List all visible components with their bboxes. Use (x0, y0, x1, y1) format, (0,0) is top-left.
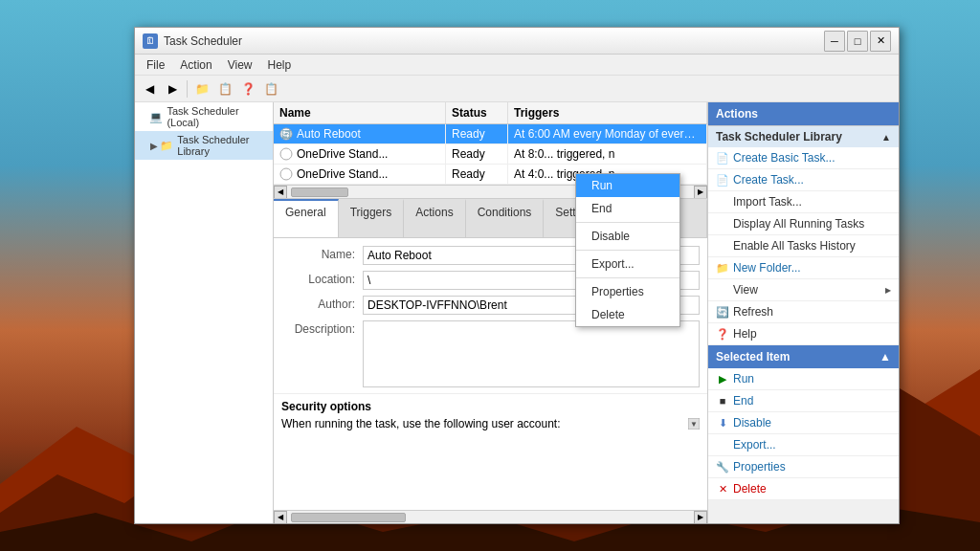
task-list-header: Name Status Triggers (274, 102, 707, 124)
sel-action-delete[interactable]: ✕ Delete (708, 478, 899, 500)
menu-bar: File Action View Help (135, 55, 899, 76)
svg-text:🔄: 🔄 (281, 129, 291, 139)
action-refresh[interactable]: 🔄 Refresh (708, 301, 899, 323)
window-title: Task Scheduler (164, 34, 824, 48)
detail-hscroll-right[interactable]: ▶ (694, 511, 707, 524)
svg-text:▼: ▼ (690, 420, 698, 429)
action-view-label: View (733, 283, 758, 297)
ctx-delete[interactable]: Delete (576, 303, 679, 326)
task-name-0: Auto Reboot (297, 127, 361, 141)
context-menu: Run End Disable Export... Properties Del… (575, 173, 680, 327)
sel-export-label: Export... (733, 438, 776, 452)
task-name-2: OneDrive Stand... (297, 167, 388, 181)
action-help[interactable]: ❓ Help (708, 323, 899, 345)
detail-hscroll[interactable]: ◀ ▶ (274, 510, 707, 523)
sel-export-icon (716, 438, 729, 452)
toolbar-sep-1 (187, 80, 188, 98)
security-text: When running the task, use the following… (281, 417, 688, 430)
sel-action-export[interactable]: Export... (708, 434, 899, 456)
security-row: When running the task, use the following… (281, 417, 700, 430)
sel-delete-icon: ✕ (716, 482, 729, 496)
ctx-export[interactable]: Export... (576, 253, 679, 276)
task-status-1: Ready (446, 144, 508, 164)
sel-action-run[interactable]: ▶ Run (708, 368, 899, 390)
folder-button[interactable]: 📁 (191, 78, 212, 99)
minimize-button[interactable]: ─ (824, 31, 845, 52)
menu-file[interactable]: File (139, 56, 172, 74)
tab-actions[interactable]: Actions (404, 199, 465, 237)
actions-header: Actions (708, 102, 899, 125)
sel-disable-icon: ⬇ (716, 416, 729, 430)
security-section: Security options When running the task, … (274, 393, 707, 440)
action-create-basic[interactable]: 📄 Create Basic Task... (708, 147, 899, 169)
import-task-icon (716, 195, 729, 209)
computer-icon: 💻 (149, 111, 163, 123)
right-panel: Actions Task Scheduler Library ▲ 📄 Creat… (707, 102, 899, 523)
tab-conditions[interactable]: Conditions (466, 199, 545, 237)
help-toolbar-button[interactable]: ❓ (237, 78, 258, 99)
action-import-task[interactable]: Import Task... (708, 191, 899, 213)
sel-action-properties[interactable]: 🔧 Properties (708, 456, 899, 478)
tab-triggers[interactable]: Triggers (339, 199, 405, 237)
security-scroll-icon: ▼ (688, 418, 700, 430)
action-create-task[interactable]: 📄 Create Task... (708, 169, 899, 191)
action-create-task-label: Create Task... (733, 173, 804, 187)
action-refresh-label: Refresh (733, 305, 773, 319)
description-label: Description: (281, 320, 363, 336)
sel-run-label: Run (733, 372, 754, 386)
create-basic-icon: 📄 (716, 151, 729, 165)
task-row-0[interactable]: 🔄 Auto Reboot Ready At 6:00 AM every Mon… (274, 124, 707, 144)
hscroll-right[interactable]: ▶ (694, 186, 707, 199)
task-triggers-1: At 8:0... triggered, n (508, 144, 707, 164)
task-status-2: Ready (446, 165, 508, 184)
sel-end-icon: ■ (716, 394, 729, 408)
sel-properties-icon: 🔧 (716, 460, 729, 474)
security-label: Security options (281, 400, 700, 413)
action-new-folder-label: New Folder... (733, 261, 801, 275)
col-header-triggers: Triggers (508, 102, 707, 123)
svg-point-6 (280, 168, 292, 180)
create-task-icon: 📄 (716, 173, 729, 187)
sel-action-end[interactable]: ■ End (708, 390, 899, 412)
menu-action[interactable]: Action (172, 56, 219, 74)
selected-item-arrow: ▲ (880, 350, 891, 364)
menu-view[interactable]: View (220, 56, 260, 74)
sel-action-disable[interactable]: ⬇ Disable (708, 412, 899, 434)
toolbar: ◀ ▶ 📁 📋 ❓ 📋 (135, 76, 899, 102)
ctx-disable[interactable]: Disable (576, 225, 679, 248)
detail-description-row: Description: (274, 320, 707, 387)
title-bar: 🗓 Task Scheduler ─ □ ✕ (135, 28, 899, 55)
description-value[interactable] (363, 320, 700, 387)
task-row-1[interactable]: OneDrive Stand... Ready At 8:0... trigge… (274, 144, 707, 165)
task-name-1: OneDrive Stand... (297, 147, 388, 161)
properties-toolbar-button[interactable]: 📋 (260, 78, 281, 99)
action-view[interactable]: View (708, 279, 899, 301)
back-button[interactable]: ◀ (139, 78, 160, 99)
action-enable-history[interactable]: Enable All Tasks History (708, 235, 899, 257)
hscroll-thumb[interactable] (291, 187, 348, 197)
task-triggers-0: At 6:00 AM every Monday of every week, s (508, 124, 707, 143)
tree-item-library[interactable]: ▶ 📁 Task Scheduler Library (135, 131, 273, 160)
close-button[interactable]: ✕ (870, 31, 891, 52)
detail-hscroll-thumb[interactable] (291, 513, 406, 522)
detail-hscroll-left[interactable]: ◀ (274, 511, 287, 524)
task-status-0: Ready (446, 124, 508, 143)
tree-item-local[interactable]: 💻 Task Scheduler (Local) (135, 102, 273, 131)
new-button[interactable]: 📋 (214, 78, 235, 99)
tree-label-library: Task Scheduler Library (177, 134, 269, 157)
action-display-running[interactable]: Display All Running Tasks (708, 213, 899, 235)
ctx-run[interactable]: Run (576, 174, 679, 197)
action-new-folder[interactable]: 📁 New Folder... (708, 257, 899, 279)
location-label: Location: (281, 271, 363, 286)
left-panel-tree: 💻 Task Scheduler (Local) ▶ 📁 Task Schedu… (135, 102, 274, 523)
name-label: Name: (281, 246, 363, 261)
forward-button[interactable]: ▶ (162, 78, 183, 99)
maximize-button[interactable]: □ (847, 31, 868, 52)
hscroll-left[interactable]: ◀ (274, 186, 287, 199)
menu-help[interactable]: Help (260, 56, 300, 74)
ctx-sep-3 (576, 277, 679, 278)
main-content: 💻 Task Scheduler (Local) ▶ 📁 Task Schedu… (135, 102, 899, 523)
tab-general[interactable]: General (274, 199, 339, 237)
ctx-properties[interactable]: Properties (576, 280, 679, 303)
ctx-end[interactable]: End (576, 197, 679, 220)
